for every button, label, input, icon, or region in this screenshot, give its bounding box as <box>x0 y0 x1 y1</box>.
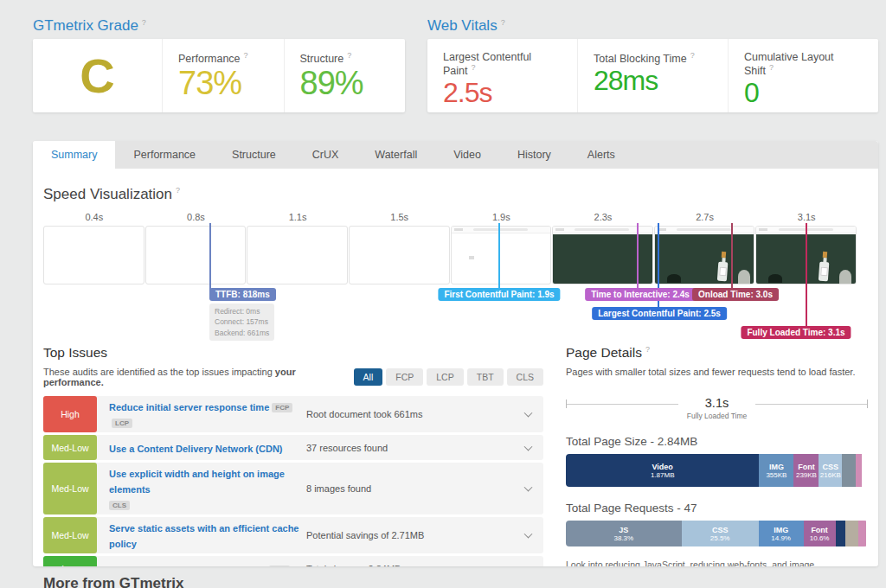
total-page-size-title: Total Page Size - 2.84MB <box>566 435 868 448</box>
issue-title[interactable]: Reduce initial server response time <box>109 402 269 412</box>
top-issues-title: Top Issues <box>43 345 543 361</box>
metric-tag: LCP <box>269 566 290 567</box>
tti-badge[interactable]: Time to Interactive: 2.4s <box>585 288 696 301</box>
metric-tag: LCP <box>112 419 132 428</box>
filter-all-button[interactable]: All <box>354 368 383 386</box>
lcp-label: Largest Contentful Paint <box>443 51 531 77</box>
performance-value: 73% <box>178 65 270 103</box>
fcp-marker-line <box>498 223 500 292</box>
tab-waterfall[interactable]: Waterfall <box>356 141 435 169</box>
timeline-ticks: 0.4s 0.8s 1.1s 1.5s 1.9s 2.3s 2.7s 3.1s <box>43 212 857 226</box>
size-segment-css: CSS 216KB <box>819 454 842 487</box>
tab-history[interactable]: History <box>499 141 569 169</box>
issue-title[interactable]: Use explicit width and height on image e… <box>109 469 285 495</box>
cls-label: Cumulative Layout Shift <box>744 51 834 77</box>
performance-label: Performance <box>178 53 241 65</box>
issue-title[interactable]: Avoid enormous network payloads <box>109 565 266 567</box>
page-fragment <box>469 256 474 259</box>
issue-row[interactable]: High Reduce initial server response time… <box>43 396 543 432</box>
requests-segment-other <box>845 521 859 546</box>
help-icon[interactable]: ? <box>690 51 695 60</box>
requests-segment-other <box>836 521 845 546</box>
ttfb-breakdown-tooltip: Redirect: 0ms Connect: 157ms Backend: 66… <box>209 304 274 341</box>
browser-chrome <box>452 227 551 233</box>
tab-crux[interactable]: CrUX <box>294 141 357 169</box>
tick-label: 0.4s <box>43 212 145 226</box>
filmstrip-frame <box>451 226 552 284</box>
help-icon[interactable]: ? <box>142 18 146 27</box>
fcp-badge[interactable]: First Contentful Paint: 1.9s <box>438 288 560 301</box>
issue-filters: All FCP LCP TBT CLS <box>354 368 543 386</box>
size-segment-img: IMG 355KB <box>759 454 793 487</box>
filter-cls-button[interactable]: CLS <box>507 368 543 386</box>
issue-detail: 37 resources found <box>306 443 543 453</box>
metric-tag: CLS <box>109 501 130 510</box>
tab-structure[interactable]: Structure <box>214 141 294 169</box>
tab-performance[interactable]: Performance <box>115 141 214 169</box>
metric-tag: FCP <box>272 403 292 412</box>
lcp-badge[interactable]: Largest Contentful Paint: 2.5s <box>592 307 727 320</box>
page-size-bar: Video 1.87MB IMG 355KB Font 239KB CSS <box>566 454 868 487</box>
issue-title[interactable]: Use a Content Delivery Network (CDN) <box>109 444 283 454</box>
requests-segment-js: JS 38.3% <box>566 521 682 546</box>
help-icon[interactable]: ? <box>347 51 351 60</box>
issue-detail: Total size was 2.84MB <box>306 564 543 567</box>
tick-label: 0.8s <box>145 212 247 226</box>
speed-visualization-strip: 0.4s 0.8s 1.1s 1.5s 1.9s 2.3s 2.7s 3.1s <box>43 212 857 333</box>
total-page-requests-title: Total Page Requests - 47 <box>566 502 868 514</box>
top-issues-section: Top Issues These audits are identified a… <box>43 345 543 566</box>
issue-row[interactable]: Med-Low Serve static assets with an effi… <box>43 517 543 553</box>
severity-badge: Med-Low <box>43 435 97 460</box>
onload-badge[interactable]: Onload Time: 3.0s <box>692 288 779 301</box>
size-segment-font: Font 239KB <box>793 454 819 487</box>
gtmetrix-report-page: GTmetrix Grade? C Performance? 73% Struc… <box>0 0 886 588</box>
fully-loaded-time-value: 3.1s <box>687 396 747 410</box>
help-icon[interactable]: ? <box>769 63 774 72</box>
web-vitals-header: Web Vitals? <box>427 17 505 35</box>
connect-time: Connect: 157ms <box>215 316 269 327</box>
tick-label: 2.7s <box>654 212 756 226</box>
cls-metric: Cumulative Layout Shift? 0 <box>729 39 878 112</box>
help-icon[interactable]: ? <box>501 18 505 27</box>
decor-shape <box>667 274 681 283</box>
page-details-footer-text: Look into reducing JavaScript, reducing … <box>566 558 856 566</box>
help-icon[interactable]: ? <box>645 345 650 354</box>
filmstrip-frame <box>247 226 348 284</box>
structure-metric: Structure? 89% <box>285 39 406 112</box>
bottle-graphic <box>716 252 729 282</box>
fully-loaded-badge[interactable]: Fully Loaded Time: 3.1s <box>741 326 851 339</box>
filter-lcp-button[interactable]: LCP <box>427 368 463 386</box>
help-icon[interactable]: ? <box>176 186 180 195</box>
structure-label: Structure <box>300 53 344 65</box>
issue-title[interactable]: Serve static assets with an efficient ca… <box>109 523 299 549</box>
help-icon[interactable]: ? <box>244 51 248 60</box>
filmstrip-frame <box>349 226 450 284</box>
grade-letter-cell: C <box>33 39 163 112</box>
performance-metric: Performance? 73% <box>163 39 285 112</box>
filmstrip-frame <box>43 226 144 284</box>
tab-summary[interactable]: Summary <box>33 141 115 169</box>
onload-marker-line <box>731 223 733 292</box>
decor-shape <box>768 274 782 283</box>
more-from-gtmetrix-title: More from GTmetrix <box>43 575 183 588</box>
lcp-value: 2.5s <box>443 77 563 109</box>
filter-tbt-button[interactable]: TBT <box>467 368 504 386</box>
tab-video[interactable]: Video <box>435 141 499 169</box>
tick-label: 1.1s <box>247 212 349 226</box>
tbt-label: Total Blocking Time <box>594 53 687 65</box>
filter-fcp-button[interactable]: FCP <box>386 368 423 386</box>
size-segment-other <box>842 454 856 487</box>
issue-row[interactable]: Med-Low Use a Content Delivery Network (… <box>43 435 543 460</box>
cls-value: 0 <box>744 77 864 109</box>
structure-value: 89% <box>300 65 392 103</box>
issue-row[interactable]: Low Avoid enormous network payloadsLCP T… <box>43 556 543 566</box>
issue-detail: 8 images found <box>306 483 543 494</box>
grade-letter: C <box>80 52 114 100</box>
ttfb-badge[interactable]: TTFB: 818ms <box>209 288 276 301</box>
top-issues-description: These audits are identified as the top i… <box>43 367 354 387</box>
web-vitals-card: Largest Contentful Paint? 2.5s Total Blo… <box>427 39 878 112</box>
issue-row[interactable]: Med-Low Use explicit width and height on… <box>43 463 543 514</box>
gtmetrix-grade-title: GTmetrix Grade <box>33 17 138 34</box>
tab-alerts[interactable]: Alerts <box>569 141 633 169</box>
help-icon[interactable]: ? <box>472 63 476 72</box>
